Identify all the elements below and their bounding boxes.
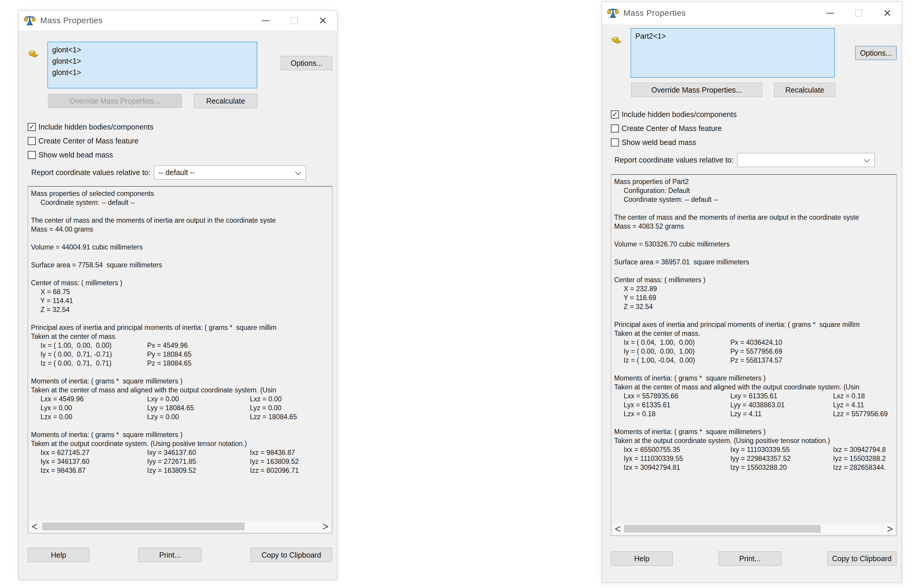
checkbox-box[interactable]: [611, 124, 619, 133]
checkbox-box[interactable]: ✓: [611, 110, 619, 118]
scrollbar-track[interactable]: [623, 524, 885, 533]
report-line: [31, 252, 332, 260]
report-line: Ix = ( 0.04, 1.00, 0.00)Px = 4036424.10: [614, 338, 897, 347]
scrollbar-thumb[interactable]: [624, 525, 821, 532]
help-button[interactable]: Help: [28, 548, 89, 562]
scroll-left-arrow[interactable]: <: [30, 519, 39, 534]
scrollbar-track[interactable]: [39, 522, 320, 531]
scroll-right-arrow[interactable]: >: [885, 522, 895, 536]
checkbox-include-hidden-bodies[interactable]: ✓ Include hidden bodies/components: [28, 120, 337, 134]
minimize-button[interactable]: [816, 2, 844, 25]
report-cell: [31, 207, 33, 216]
horizontal-scrollbar[interactable]: < >: [613, 523, 895, 534]
override-mass-properties-button[interactable]: Override Mass Properties...: [631, 83, 762, 97]
report-cell: Ixy = 111030339.55: [730, 445, 833, 454]
print-button[interactable]: Print...: [138, 548, 202, 562]
options-column: Options...: [855, 46, 897, 60]
report-cell: Lzy = 4.11: [730, 409, 833, 418]
coordinate-row: Report coordinate values relative to:: [602, 153, 902, 167]
report-cell: Lzz = 18084.65: [250, 412, 297, 421]
report-cell: Iz = ( 0.00, 0.71, 0.71): [31, 359, 147, 368]
selection-list[interactable]: Part2<1>: [631, 28, 835, 78]
recalculate-button[interactable]: Recalculate: [194, 94, 257, 108]
help-button[interactable]: Help: [611, 551, 673, 566]
scrollbar-thumb[interactable]: [42, 522, 245, 530]
footer: Help Print... Copy to Clipboard: [19, 548, 337, 562]
selection-list[interactable]: glont<1>glont<1>glont<1>: [48, 42, 257, 88]
report-cell: Izx = 30942794.81: [614, 463, 730, 472]
report-cell: Lxx = 4549.96: [31, 395, 147, 403]
options-button[interactable]: Options...: [281, 56, 332, 70]
report-cell: Ix = ( 1.00, 0.00, 0.00): [31, 341, 147, 350]
copy-to-clipboard-button[interactable]: Copy to Clipboard: [827, 551, 897, 566]
report-line: Taken at the center of mass and aligned …: [614, 383, 897, 391]
report-line: Volume = 530326.70 cubic millimeters: [614, 240, 897, 249]
report-cell: Mass = 44.00 grams: [31, 225, 93, 234]
coordinate-system-dropdown[interactable]: -- default --: [154, 165, 306, 180]
report-cell: Surface area = 36957.01 square millimete…: [614, 257, 749, 267]
options-button[interactable]: Options...: [855, 46, 897, 60]
checkbox-show-weld-bead-mass[interactable]: Show weld bead mass: [28, 148, 337, 162]
report-line: [614, 231, 897, 240]
checkbox-label: Create Center of Mass feature: [622, 124, 722, 133]
report-line: Ixx = 65500755.35Ixy = 111030339.55Ixz =…: [614, 445, 897, 454]
checkbox-show-weld-bead-mass[interactable]: Show weld bead mass: [611, 136, 902, 149]
report-cell: Principal axes of inertia and principal …: [31, 323, 277, 332]
close-button[interactable]: ✕: [309, 11, 337, 30]
titlebar[interactable]: Mass Properties ✕: [602, 2, 902, 25]
selection-row: glont<1>glont<1>glont<1> Options...: [19, 42, 337, 88]
report-line: Lzx = 0.18Lzy = 4.11Lzz = 5577956.69: [614, 409, 897, 418]
report-line: Izx = 98436.87Izy = 163809.52Izz = 80209…: [31, 466, 332, 475]
report-coordinate-label: Report coordinate values relative to:: [31, 168, 150, 177]
report-cell: [31, 368, 33, 377]
report-cell: Volume = 44004.91 cubic millimeters: [31, 242, 143, 252]
checkbox-create-center-of-mass[interactable]: Create Center of Mass feature: [28, 134, 337, 148]
close-button[interactable]: ✕: [873, 2, 902, 25]
report-cell: Ixx = 627145.27: [31, 448, 147, 457]
window-title: Mass Properties: [623, 8, 686, 18]
recalculate-button[interactable]: Recalculate: [774, 83, 836, 97]
checkbox-box[interactable]: [28, 151, 36, 159]
report-cell: Iyz = 15503288.2: [833, 454, 886, 463]
horizontal-scrollbar[interactable]: < >: [30, 521, 330, 532]
report-cell: Iyy = 272671.85: [147, 457, 250, 466]
report-line: Iz = ( 1.00, -0.04, 0.00)Pz = 5581374.57: [614, 356, 897, 365]
report-cell: Taken at the center of mass.: [614, 329, 700, 338]
checkbox-create-center-of-mass[interactable]: Create Center of Mass feature: [611, 121, 902, 136]
report-line: Iy = ( 0.00, 0.00, 1.00)Py = 5577956.69: [614, 347, 897, 356]
checkbox-include-hidden-bodies[interactable]: ✓ Include hidden bodies/components: [611, 108, 902, 121]
copy-to-clipboard-button[interactable]: Copy to Clipboard: [250, 548, 332, 562]
report-cell: [31, 269, 33, 278]
mass-properties-scale-icon: [23, 15, 36, 26]
minimize-button[interactable]: [251, 11, 280, 30]
checkbox-box[interactable]: [28, 137, 36, 145]
mass-properties-window-left: Mass Properties ✕ glont<1>glont<1>glont<…: [18, 10, 337, 580]
override-mass-properties-button: Override Mass Properties...: [48, 94, 182, 108]
print-button[interactable]: Print...: [718, 551, 782, 566]
report-line: Coordinate system: -- default --: [614, 195, 897, 204]
close-icon: ✕: [319, 15, 327, 26]
scroll-right-arrow[interactable]: >: [320, 519, 330, 534]
report-line: Iy = ( 0.00, 0.71, -0.71)Py = 18084.65: [31, 350, 332, 359]
chevron-down-icon: [295, 169, 301, 175]
checkbox-box[interactable]: ✓: [28, 123, 36, 131]
report-line: Y = 114.41: [31, 296, 332, 305]
report-line: Principal axes of inertia and principal …: [614, 320, 897, 329]
checkbox-box[interactable]: [611, 138, 619, 146]
report-line: Taken at the center of mass and aligned …: [31, 385, 332, 395]
report-line: glont<1>: [52, 67, 257, 78]
report-line: Izx = 30942794.81Izy = 15503288.20Izz = …: [614, 463, 897, 472]
coordinate-system-dropdown[interactable]: [737, 153, 875, 167]
report-line: Taken at the center of mass.: [614, 329, 897, 338]
report-line: X = 232.89: [614, 284, 897, 293]
scroll-left-arrow[interactable]: <: [613, 522, 623, 536]
mass-properties-window-right: Mass Properties ✕ Part2<1> Options... Ov…: [602, 2, 902, 583]
titlebar[interactable]: Mass Properties ✕: [19, 11, 337, 30]
report-line: [31, 234, 332, 242]
report-line: Surface area = 7758.54 square millimeter…: [31, 260, 332, 269]
report-cell: Lzx = 0.00: [31, 412, 147, 421]
report-line: Mass properties of Part2: [614, 177, 897, 186]
report-cell: Y = 116.69: [614, 293, 656, 302]
report-cell: Iz = ( 1.00, -0.04, 0.00): [614, 356, 730, 365]
report-line: Lxx = 4549.96Lxy = 0.00Lxz = 0.00: [31, 395, 332, 403]
